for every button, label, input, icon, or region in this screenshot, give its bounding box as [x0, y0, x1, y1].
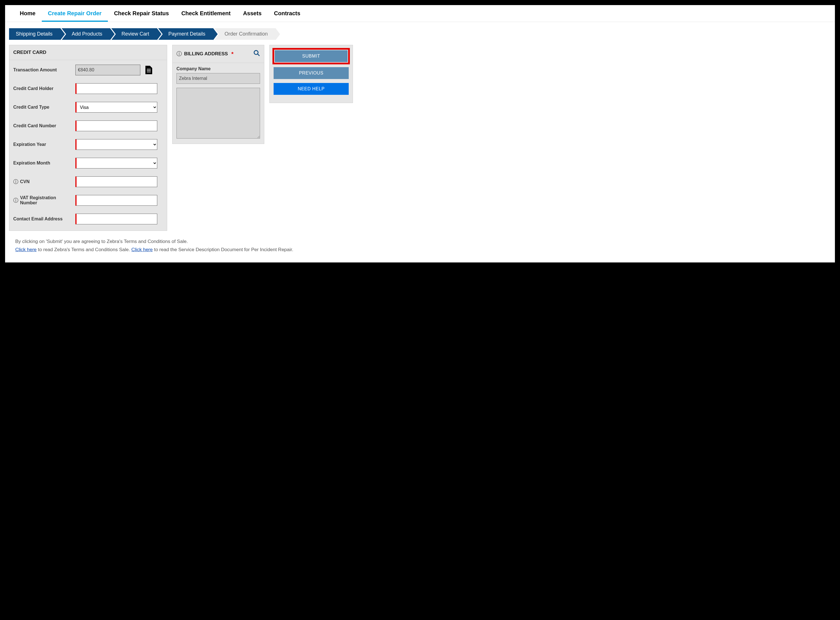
- nav-assets[interactable]: Assets: [237, 5, 268, 22]
- step-shipping-details[interactable]: Shipping Details: [9, 28, 60, 40]
- cvn-field[interactable]: [75, 176, 157, 187]
- nav-create-repair-order[interactable]: Create Repair Order: [42, 5, 108, 22]
- submit-highlight: SUBMIT: [274, 49, 349, 63]
- info-icon[interactable]: ⓘ: [13, 197, 18, 204]
- card-type-select[interactable]: Visa: [75, 102, 157, 113]
- vat-field[interactable]: [75, 195, 157, 206]
- panel-actions: SUBMIT PREVIOUS NEED HELP: [269, 45, 353, 103]
- terms-link-1[interactable]: Click here: [15, 247, 37, 252]
- card-holder-field[interactable]: [75, 83, 157, 94]
- label-card-number: Credit Card Number: [13, 123, 70, 128]
- label-card-type: Credit Card Type: [13, 105, 70, 110]
- need-help-button[interactable]: NEED HELP: [274, 83, 349, 95]
- step-review-cart[interactable]: Review Cart: [111, 28, 157, 40]
- search-icon[interactable]: [253, 50, 260, 58]
- contact-email-field[interactable]: [75, 214, 157, 224]
- label-card-holder: Credit Card Holder: [13, 86, 70, 91]
- terms-link-2[interactable]: Click here: [131, 247, 153, 252]
- billing-heading: BILLING ADDRESS: [184, 51, 228, 57]
- info-icon[interactable]: ⓘ: [13, 178, 18, 185]
- previous-button[interactable]: PREVIOUS: [274, 67, 349, 79]
- exp-year-select[interactable]: [75, 139, 157, 150]
- transaction-amount-field: [75, 65, 140, 75]
- panel-credit-card: CREDIT CARD Transaction Amount Credit Ca…: [9, 45, 167, 231]
- submit-button[interactable]: SUBMIT: [275, 50, 348, 62]
- top-nav: Home Create Repair Order Check Repair St…: [5, 5, 835, 22]
- label-exp-year: Expiration Year: [13, 142, 70, 147]
- terms-text-1: to read Zebra's Terms and Conditions Sal…: [37, 247, 131, 252]
- step-add-products[interactable]: Add Products: [62, 28, 110, 40]
- document-icon[interactable]: [145, 66, 152, 74]
- required-star-icon: *: [231, 51, 234, 57]
- billing-address-textarea: [176, 88, 260, 138]
- step-bar: Shipping Details Add Products Review Car…: [9, 22, 835, 44]
- label-exp-month: Expiration Month: [13, 161, 70, 166]
- nav-contracts[interactable]: Contracts: [268, 5, 306, 22]
- company-name-field: [176, 73, 260, 84]
- svg-line-1: [258, 54, 259, 56]
- terms-line-1: By clicking on 'Submit' you are agreeing…: [15, 238, 826, 246]
- credit-card-heading: CREDIT CARD: [9, 45, 167, 60]
- card-number-field[interactable]: [75, 120, 157, 131]
- info-icon[interactable]: ⓘ: [176, 50, 182, 57]
- nav-check-repair-status[interactable]: Check Repair Status: [108, 5, 175, 22]
- exp-month-select[interactable]: [75, 158, 157, 169]
- nav-check-entitlement[interactable]: Check Entitlement: [175, 5, 237, 22]
- label-contact-email: Contact Email Address: [13, 217, 70, 221]
- terms-block: By clicking on 'Submit' you are agreeing…: [5, 231, 835, 254]
- label-cvn: ⓘ CVN: [13, 178, 70, 185]
- terms-text-2: to read the Service Description Document…: [153, 247, 293, 252]
- step-order-confirmation: Order Confirmation: [214, 28, 276, 40]
- label-vat: ⓘ VAT Registration Number: [13, 195, 70, 205]
- nav-home[interactable]: Home: [14, 5, 42, 22]
- svg-point-0: [254, 51, 258, 54]
- label-company-name: Company Name: [176, 66, 260, 71]
- label-transaction-amount: Transaction Amount: [13, 68, 70, 72]
- panel-billing-address: ⓘ BILLING ADDRESS * Company Name: [172, 45, 264, 144]
- step-payment-details[interactable]: Payment Details: [158, 28, 213, 40]
